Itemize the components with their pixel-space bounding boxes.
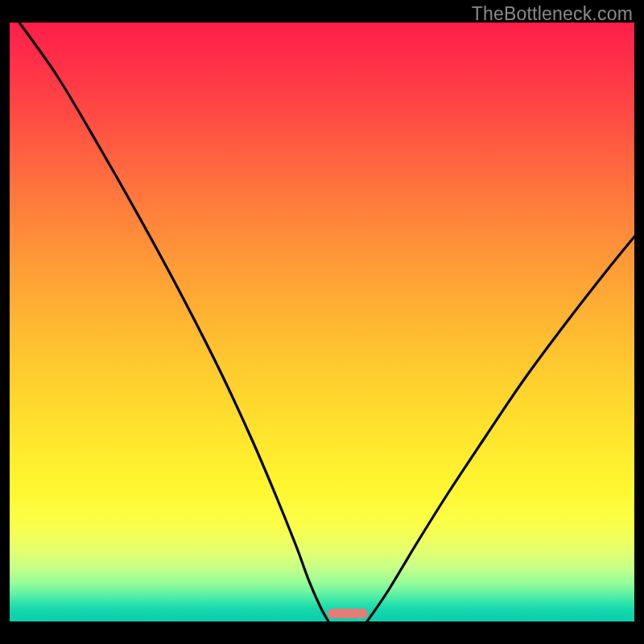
- curve-right-path: [367, 237, 634, 621]
- curve-layer: [10, 23, 634, 621]
- valley-marker: [328, 609, 368, 618]
- watermark-text: TheBottleneck.com: [472, 3, 633, 25]
- chart-frame: [10, 23, 634, 634]
- plot-area: [10, 23, 634, 621]
- curve-left-path: [19, 23, 328, 621]
